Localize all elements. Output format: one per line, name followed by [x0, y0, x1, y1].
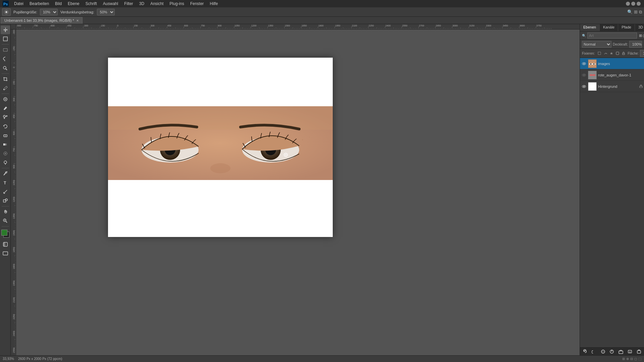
tab-kanaele[interactable]: Kanäle — [600, 24, 618, 31]
svg-line-25 — [6, 222, 7, 223]
svg-text:1800: 1800 — [13, 264, 15, 269]
lock-all-btn[interactable] — [621, 51, 626, 56]
svg-line-7 — [6, 69, 7, 70]
shape-tool[interactable] — [1, 196, 10, 205]
crop-tool[interactable] — [1, 75, 10, 83]
lock-image-btn[interactable] — [603, 51, 608, 56]
foreground-color-swatch[interactable] — [1, 230, 7, 236]
svg-text:450: 450 — [13, 114, 15, 118]
svg-text:1050: 1050 — [13, 180, 15, 185]
quick-select-tool[interactable] — [1, 64, 10, 72]
blur-tool[interactable] — [1, 149, 10, 158]
panel-tabs: Ebenen Kanäle Pfade 3D — [580, 24, 644, 32]
panel-search: 🔍 ⊞ ◑ T ⬜ ⊕ — [580, 32, 644, 40]
pen-tool[interactable] — [1, 169, 10, 178]
eraser-tool[interactable] — [1, 131, 10, 140]
quick-mask-btn[interactable] — [1, 240, 10, 249]
healing-brush-tool[interactable] — [1, 95, 10, 104]
statusbar-icon-2: ⊕ — [626, 357, 629, 361]
layer-search-input[interactable] — [587, 33, 637, 39]
svg-text:900: 900 — [13, 165, 15, 169]
svg-point-12 — [3, 115, 5, 117]
menu-hilfe[interactable]: Hilfe — [207, 1, 221, 7]
delete-layer-btn[interactable] — [636, 349, 642, 355]
color-swatches[interactable] — [1, 229, 10, 238]
document-tab[interactable]: Unbenannt-1 bei 33,9% (images, RGB/8) * … — [1, 17, 83, 24]
add-layer-btn[interactable] — [627, 349, 633, 355]
svg-point-6 — [3, 66, 6, 69]
fill-input[interactable] — [640, 50, 644, 57]
move-tool[interactable] — [1, 25, 10, 34]
canvas-document[interactable] — [108, 58, 333, 237]
pupil-size-label: Pupillengröße: — [13, 10, 37, 14]
menu-datei[interactable]: Datei — [11, 1, 26, 7]
pupil-size-select[interactable]: 10% 20% 30% — [40, 9, 58, 15]
path-select-tool[interactable] — [1, 187, 10, 196]
maximize-button[interactable] — [631, 2, 635, 6]
add-adjustment-btn[interactable] — [609, 349, 615, 355]
opacity-input[interactable] — [629, 41, 642, 48]
layer-visibility-rote-augen[interactable] — [581, 72, 587, 78]
history-brush-tool[interactable] — [1, 122, 10, 131]
menu-plugins[interactable]: Plug-ins — [167, 1, 187, 7]
artboard-tool[interactable] — [1, 35, 10, 43]
svg-text:0: 0 — [13, 67, 15, 68]
svg-text:2550: 2550 — [13, 348, 15, 353]
menu-auswahl[interactable]: Auswahl — [100, 1, 121, 7]
layer-name-hintergrund: Hintergrund — [598, 84, 638, 88]
brush-tool[interactable] — [1, 104, 10, 113]
minimize-button[interactable] — [626, 2, 630, 6]
marquee-tool[interactable] — [1, 46, 10, 54]
menu-ansicht[interactable]: Ansicht — [148, 1, 166, 7]
add-mask-btn[interactable] — [600, 349, 606, 355]
layer-item-images[interactable]: images — [580, 58, 644, 69]
darken-select[interactable]: 50% 30% 70% — [97, 9, 115, 15]
tab-close-btn[interactable]: ✕ — [76, 19, 79, 22]
gradient-tool[interactable] — [1, 140, 10, 149]
svg-text:Ps: Ps — [3, 2, 8, 6]
svg-text:3750: 3750 — [536, 24, 542, 27]
tab-ebenen[interactable]: Ebenen — [580, 24, 600, 31]
lock-artboard-btn[interactable] — [615, 51, 620, 56]
lock-position-btn[interactable] — [609, 51, 614, 56]
link-layers-btn[interactable] — [582, 349, 588, 355]
layer-item-hintergrund[interactable]: Hintergrund — [580, 81, 644, 92]
layer-item-rote-augen[interactable]: rote_augen_davor-1 — [580, 69, 644, 81]
menu-3d[interactable]: 3D — [137, 1, 147, 7]
menu-schrift[interactable]: Schrift — [83, 1, 100, 7]
svg-text:T: T — [4, 181, 6, 185]
right-panel: Ebenen Kanäle Pfade 3D 🔍 ⊞ ◑ T ⬜ ⊕ Norma… — [580, 24, 644, 355]
menu-fenster[interactable]: Fenster — [187, 1, 207, 7]
hand-tool[interactable] — [1, 207, 10, 216]
layer-visibility-images[interactable] — [581, 61, 587, 66]
tab-3d[interactable]: 3D — [635, 24, 644, 31]
svg-text:2700: 2700 — [419, 24, 424, 27]
svg-text:300: 300 — [151, 24, 155, 27]
layer-icon-adjust[interactable]: ◑ — [643, 34, 644, 38]
menu-filter[interactable]: Filter — [121, 1, 136, 7]
add-style-btn[interactable] — [591, 349, 597, 355]
canvas-area[interactable]: // Will be drawn by JS -900-750-600-450-… — [11, 24, 580, 355]
close-button[interactable] — [637, 2, 641, 6]
layer-icon-new[interactable]: ⊞ — [639, 34, 642, 38]
lock-transparent-btn[interactable] — [597, 51, 602, 56]
menu-bearbeiten[interactable]: Bearbeiten — [27, 1, 52, 7]
eyedropper-tool[interactable] — [1, 84, 10, 93]
menu-ebene[interactable]: Ebene — [65, 1, 82, 7]
layer-mode-select[interactable]: Normal Multiplizieren Abblenden — [582, 41, 611, 48]
lasso-tool[interactable] — [1, 55, 10, 63]
tool-preset-btn[interactable] — [2, 8, 11, 16]
screen-mode-btn[interactable] — [1, 249, 10, 258]
clone-stamp-tool[interactable] — [1, 113, 10, 122]
ruler-top: // Will be drawn by JS -900-750-600-450-… — [16, 24, 580, 29]
svg-text:450: 450 — [167, 24, 171, 27]
text-tool[interactable]: T — [1, 178, 10, 187]
zoom-tool[interactable] — [1, 217, 10, 225]
menu-bild[interactable]: Bild — [52, 1, 64, 7]
svg-point-621 — [151, 139, 152, 140]
add-group-btn[interactable] — [618, 349, 624, 355]
dodge-tool[interactable] — [1, 158, 10, 167]
layer-visibility-hintergrund[interactable] — [581, 84, 587, 89]
tab-pfade[interactable]: Pfade — [618, 24, 635, 31]
svg-rect-30 — [3, 252, 8, 255]
